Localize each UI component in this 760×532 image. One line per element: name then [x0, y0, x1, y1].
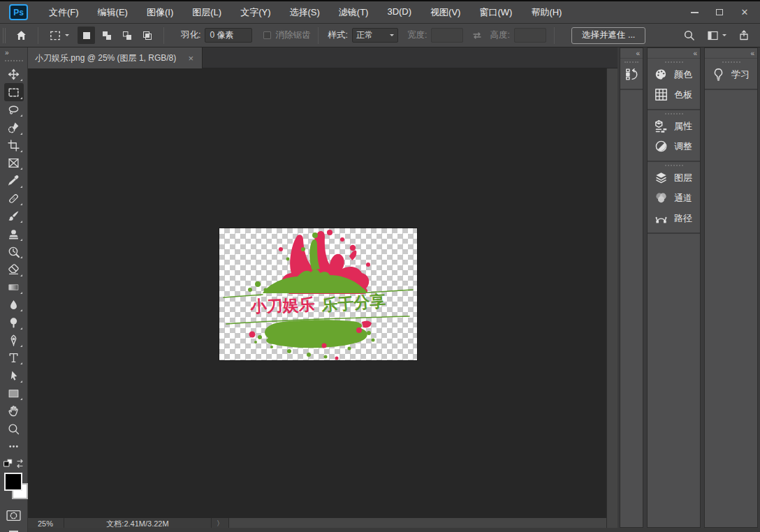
subtract-from-selection-button[interactable]	[118, 27, 136, 44]
search-icon[interactable]	[683, 29, 695, 41]
quick-mask-button[interactable]	[4, 507, 24, 524]
edit-toolbar-button[interactable]	[4, 438, 24, 455]
menu-view[interactable]: 视图(V)	[430, 6, 460, 19]
panel-button-paths[interactable]: 路径	[648, 208, 700, 228]
color-utility-row	[3, 457, 25, 470]
menu-type[interactable]: 文字(Y)	[240, 6, 270, 19]
layers-panel-group: 图层 通道 路径	[648, 165, 700, 234]
panel-button-color[interactable]: 颜色	[648, 64, 700, 84]
rectangular-marquee-tool[interactable]	[4, 83, 24, 101]
panel-button-swatches[interactable]: 色板	[648, 84, 700, 105]
frame-tool[interactable]	[4, 154, 24, 172]
feather-input[interactable]: 0 像素	[205, 28, 252, 43]
toolbar-grip[interactable]	[5, 60, 23, 61]
panel-button-properties[interactable]: 属性	[648, 116, 700, 136]
intersect-selection-button[interactable]	[138, 27, 156, 44]
workspace-switcher[interactable]	[707, 30, 726, 41]
tool-preset-button[interactable]	[46, 27, 72, 45]
gradient-tool[interactable]	[4, 279, 24, 296]
new-selection-button[interactable]	[78, 27, 95, 44]
panel-button-history[interactable]	[620, 64, 643, 84]
height-input[interactable]	[514, 28, 546, 43]
width-input[interactable]	[431, 28, 463, 43]
selection-mode-group	[78, 27, 156, 44]
panel-button-channels[interactable]: 通道	[648, 188, 700, 208]
menu-bar: Ps 文件(F) 编辑(E) 图像(I) 图层(L) 文字(Y) 选择(S) 滤…	[0, 1, 760, 24]
color-swatches	[0, 471, 28, 505]
zoom-tool[interactable]	[4, 420, 24, 438]
foreground-color-swatch[interactable]	[4, 473, 22, 491]
history-brush-tool[interactable]	[4, 243, 24, 260]
minimize-button[interactable]	[682, 4, 707, 21]
clone-stamp-tool[interactable]	[4, 225, 24, 242]
collapse-toolbar-button[interactable]: »	[5, 49, 8, 57]
home-button[interactable]	[13, 27, 30, 45]
dock-column-learn: « 学习	[704, 47, 758, 528]
menu-window[interactable]: 窗口(W)	[479, 6, 512, 19]
crop-tool[interactable]	[4, 137, 24, 154]
menu-image[interactable]: 图像(I)	[147, 6, 173, 19]
menu-3d[interactable]: 3D(D)	[387, 6, 411, 19]
antialias-checkbox[interactable]	[263, 31, 271, 39]
document-tab[interactable]: 小刀娱乐.png @ 25% (图层 1, RGB/8) ×	[28, 47, 203, 68]
swap-dimensions-button[interactable]	[469, 27, 485, 45]
close-button[interactable]: ✕	[732, 4, 757, 21]
panel-grip[interactable]	[665, 165, 683, 166]
tab-close-icon[interactable]: ×	[187, 53, 195, 64]
rectangle-tool[interactable]	[4, 385, 24, 402]
properties-panel-group: 属性 调整	[648, 113, 700, 162]
add-selection-icon	[101, 30, 112, 41]
swap-colors-icon[interactable]	[17, 460, 22, 468]
default-colors-icon[interactable]	[4, 459, 12, 466]
quick-selection-tool[interactable]	[4, 119, 24, 136]
move-tool[interactable]	[4, 66, 24, 83]
menu-edit[interactable]: 编辑(E)	[98, 6, 128, 19]
eraser-tool[interactable]	[4, 260, 24, 278]
select-and-mask-button[interactable]: 选择并遮住 ...	[571, 27, 645, 44]
style-select[interactable]: 正常	[352, 28, 398, 43]
marquee-preset-icon	[49, 29, 61, 42]
maximize-button[interactable]	[707, 4, 732, 21]
lasso-tool[interactable]	[4, 101, 24, 119]
share-icon[interactable]	[738, 29, 750, 41]
blur-tool[interactable]	[4, 296, 24, 313]
window-controls: ✕	[682, 4, 757, 21]
hand-tool[interactable]	[4, 402, 24, 420]
collapse-dock-button[interactable]: «	[620, 48, 643, 59]
paths-icon	[655, 212, 668, 225]
panel-button-adjustments[interactable]: 调整	[648, 136, 700, 156]
eyedropper-tool[interactable]	[4, 172, 24, 189]
panel-button-layers[interactable]: 图层	[648, 168, 700, 188]
dodge-tool[interactable]	[4, 313, 24, 331]
menu-layer[interactable]: 图层(L)	[192, 6, 221, 19]
document-canvas[interactable]: 小刀娱乐 乐于分享	[219, 228, 417, 360]
width-label: 宽度:	[407, 29, 427, 41]
panel-grip[interactable]	[665, 61, 683, 63]
spot-healing-tool[interactable]	[4, 190, 24, 207]
menu-help[interactable]: 帮助(H)	[531, 6, 562, 19]
tool-options-bar: 羽化: 0 像素 消除锯齿 样式: 正常 宽度: 高度: 选择并遮住 ...	[0, 24, 760, 47]
green-splash-bottom	[254, 320, 375, 358]
collapse-dock-button[interactable]: «	[648, 48, 700, 59]
menu-filter[interactable]: 滤镜(T)	[339, 6, 369, 19]
type-tool[interactable]	[4, 349, 24, 367]
add-to-selection-button[interactable]	[98, 27, 115, 44]
panel-dock: « « 颜色	[618, 47, 760, 528]
panel-grip[interactable]	[665, 113, 683, 114]
pen-tool[interactable]	[4, 332, 24, 349]
menu-select[interactable]: 选择(S)	[289, 6, 319, 19]
path-selection-tool[interactable]	[4, 367, 24, 384]
brush-tool[interactable]	[4, 207, 24, 225]
canvas-pasteboard[interactable]: 小刀娱乐 乐于分享	[28, 68, 606, 518]
panel-grip[interactable]	[624, 61, 638, 63]
antialias-label: 消除锯齿	[275, 29, 310, 41]
options-right-icons	[683, 29, 750, 41]
collapse-dock-button[interactable]: «	[705, 48, 757, 59]
menu-file[interactable]: 文件(F)	[49, 6, 79, 19]
panel-grip[interactable]	[722, 61, 740, 63]
layers-icon	[655, 171, 668, 184]
panel-button-learn[interactable]: 学习	[705, 64, 757, 84]
logo-text: Ps	[13, 8, 24, 17]
photoshop-logo-icon[interactable]: Ps	[9, 4, 28, 20]
document-tab-bar: 小刀娱乐.png @ 25% (图层 1, RGB/8) ×	[28, 47, 618, 68]
